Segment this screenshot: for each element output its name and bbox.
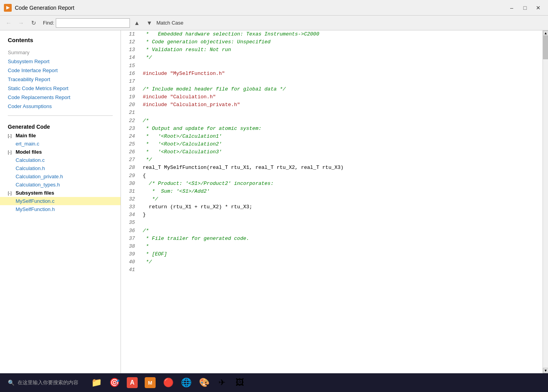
find-input[interactable] <box>56 18 130 28</box>
model-files-label: Model files <box>16 149 42 155</box>
scroll-up-button[interactable]: ▲ <box>543 30 548 36</box>
back-button[interactable]: ← <box>3 18 14 28</box>
line-code <box>140 62 543 70</box>
sidebar: Contents Summary Subsystem Report Code I… <box>0 30 121 373</box>
main-file-collapse-icon[interactable]: [-] <box>8 133 14 138</box>
file-calculation-private-h[interactable]: Calculation_private.h <box>0 172 121 181</box>
line-code: */ <box>140 54 543 62</box>
line-number: 32 <box>121 195 140 203</box>
sidebar-divider <box>8 115 113 116</box>
file-calculation-types-h[interactable]: Calculation_types.h <box>0 181 121 189</box>
taskbar-app-paint[interactable]: 🎨 <box>195 374 213 391</box>
forward-icon: → <box>18 20 24 26</box>
acrobat-icon: A <box>127 377 138 388</box>
search-icon: 🔍 <box>8 380 14 386</box>
line-code: #include "Calculation_private.h" <box>140 101 543 109</box>
matlab-icon: M <box>145 377 156 388</box>
taskbar-app-2[interactable]: 🎯 <box>106 374 123 391</box>
app8-icon: ✈ <box>218 378 225 388</box>
line-number: 29 <box>121 172 140 180</box>
minimize-button[interactable]: – <box>506 3 518 12</box>
taskbar-search[interactable]: 🔍 在这里输入你要搜索的内容 <box>3 379 83 386</box>
table-row: 22/* <box>121 117 543 125</box>
table-row: 23 * Output and update for atomic system… <box>121 125 543 133</box>
line-code <box>140 109 543 117</box>
line-number: 22 <box>121 117 140 125</box>
close-button[interactable]: ✕ <box>532 3 544 12</box>
main-content: Contents Summary Subsystem Report Code I… <box>0 30 548 373</box>
line-code: */ <box>140 195 543 203</box>
table-row: 31 * Sum: '<S1>/Add2' <box>121 188 543 195</box>
line-code <box>140 266 543 274</box>
table-row: 32 */ <box>121 195 543 203</box>
table-row: 13 * Validation result: Not run <box>121 46 543 54</box>
line-number: 33 <box>121 203 140 211</box>
file-ert-main-c[interactable]: ert_main.c <box>0 140 121 148</box>
find-up-button[interactable]: ▲ <box>131 18 142 28</box>
taskbar-app-photos[interactable]: 🖼 <box>231 374 248 391</box>
table-row: 17 <box>121 78 543 85</box>
line-number: 39 <box>121 250 140 258</box>
line-number: 26 <box>121 148 140 156</box>
line-number: 16 <box>121 70 140 78</box>
line-code: } <box>140 211 543 219</box>
sidebar-item-code-replacements[interactable]: Code Replacements Report <box>0 93 121 102</box>
line-number: 15 <box>121 62 140 70</box>
table-row: 38 * <box>121 243 543 250</box>
main-file-label: Main file <box>16 133 36 138</box>
taskbar-app-8[interactable]: ✈ <box>213 374 231 391</box>
table-row: 40 */ <box>121 258 543 266</box>
refresh-icon: ↻ <box>31 20 36 27</box>
taskbar-app-chrome[interactable]: 🌐 <box>177 374 195 391</box>
table-row: 16#include "MySelfFunction.h" <box>121 70 543 78</box>
line-code: real_T MySelfFunction(real_T rtu_X1, rea… <box>140 164 543 172</box>
file-myselffunction-c[interactable]: MySelfFunction.c <box>0 197 121 205</box>
sidebar-item-traceability-report[interactable]: Traceability Report <box>0 75 121 84</box>
toolbar: ← → ↻ Find: ▲ ▼ Match Case <box>0 16 548 30</box>
line-code: * Code generation objectives: Unspecifie… <box>140 38 543 46</box>
line-code: { <box>140 172 543 180</box>
sidebar-item-code-interface-report[interactable]: Code Interface Report <box>0 66 121 75</box>
line-number: 35 <box>121 219 140 227</box>
line-number: 23 <box>121 125 140 133</box>
line-code: * Sum: '<S1>/Add2' <box>140 188 543 195</box>
model-files-collapse-icon[interactable]: [-] <box>8 150 14 154</box>
contents-title: Contents <box>0 37 121 48</box>
taskbar-app-acrobat[interactable]: A <box>124 374 141 391</box>
app-icon: ▶ <box>4 4 12 12</box>
refresh-button[interactable]: ↻ <box>28 18 39 28</box>
line-code: /* <box>140 117 543 125</box>
line-number: 20 <box>121 101 140 109</box>
code-table: 11 * Embedded hardware selection: Texas … <box>121 30 543 274</box>
sidebar-item-static-code-metrics[interactable]: Static Code Metrics Report <box>0 84 121 93</box>
forward-button[interactable]: → <box>16 18 27 28</box>
line-number: 31 <box>121 188 140 195</box>
scroll-down-button[interactable]: ▼ <box>543 368 548 373</box>
taskbar-app-matlab[interactable]: M <box>142 374 159 391</box>
sidebar-item-subsystem-report[interactable]: Subsystem Report <box>0 57 121 66</box>
file-calculation-c[interactable]: Calculation.c <box>0 156 121 164</box>
code-scroll[interactable]: 11 * Embedded hardware selection: Texas … <box>121 30 543 373</box>
down-arrow-icon: ▼ <box>146 20 152 26</box>
maximize-button[interactable]: □ <box>519 3 531 12</box>
taskbar-app-folder[interactable]: 📁 <box>88 374 105 391</box>
line-number: 37 <box>121 235 140 243</box>
app2-icon: 🎯 <box>109 378 120 388</box>
line-number: 30 <box>121 180 140 188</box>
line-number: 41 <box>121 266 140 274</box>
match-case-label: Match Case <box>156 20 183 26</box>
table-row: 12 * Code generation objectives: Unspeci… <box>121 38 543 46</box>
sidebar-item-coder-assumptions[interactable]: Coder Assumptions <box>0 102 121 111</box>
file-calculation-h[interactable]: Calculation.h <box>0 164 121 172</box>
up-arrow-icon: ▲ <box>134 20 140 26</box>
subsystem-files-section: [-] Subsystem files <box>0 189 121 197</box>
line-code <box>140 78 543 85</box>
line-code: /* Include model header file for global … <box>140 85 543 93</box>
find-down-button[interactable]: ▼ <box>144 18 155 28</box>
subsystem-files-label: Subsystem files <box>16 190 54 196</box>
file-myselffunction-h[interactable]: MySelfFunction.h <box>0 205 121 213</box>
taskbar-app-5[interactable]: 🔴 <box>160 374 177 391</box>
line-code: * '<Root>/Calculation1' <box>140 133 543 140</box>
subsystem-files-collapse-icon[interactable]: [-] <box>8 191 14 195</box>
line-number: 19 <box>121 93 140 101</box>
